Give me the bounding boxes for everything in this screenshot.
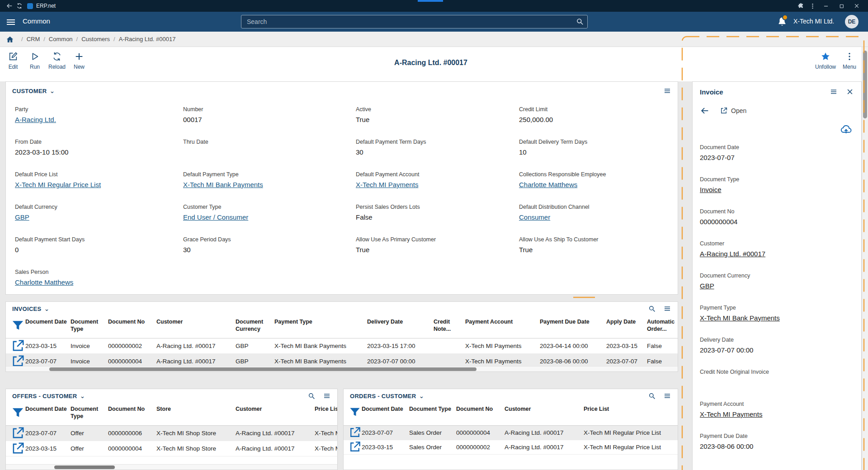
column-header[interactable]: Store	[156, 403, 236, 425]
home-icon[interactable]	[6, 35, 14, 43]
column-header[interactable]: Customer	[236, 403, 315, 425]
table-row-selected[interactable]: 2023-07-07 Offer 0000000006 X-Tech MI Sh…	[6, 425, 337, 441]
column-header[interactable]: Customer	[505, 403, 584, 425]
column-header[interactable]: Document No	[108, 315, 156, 338]
avatar[interactable]: DE	[845, 15, 859, 28]
filter-icon[interactable]	[6, 403, 25, 425]
cell: 2023-07-07	[362, 425, 409, 440]
external-link-icon	[720, 107, 728, 115]
column-header[interactable]: Payment Account	[465, 315, 540, 338]
cell: Offer	[71, 441, 108, 456]
orders-panel-header: ORDERS - CUSTOMER ⌄	[344, 389, 678, 403]
browser-refresh-icon[interactable]	[14, 1, 24, 11]
column-header[interactable]: Price List	[584, 403, 678, 425]
column-header[interactable]: Document Date	[25, 403, 71, 425]
back-arrow-icon[interactable]	[700, 106, 710, 116]
search-icon[interactable]	[648, 305, 656, 313]
close-icon[interactable]	[846, 88, 854, 96]
browser-menu-icon[interactable]	[807, 1, 817, 11]
search-icon[interactable]	[307, 392, 316, 400]
breadcrumb-item-common[interactable]: Common	[49, 36, 73, 42]
field-customer-type: Customer TypeEnd User / Consumer	[183, 199, 356, 232]
column-header[interactable]: Document Type	[71, 315, 108, 338]
table-row-selected[interactable]: 2023-07-07 Sales Order 0000000004 A-Raci…	[344, 425, 678, 440]
field-collections-responsible-employee: Collections Responsible EmployeeCharlott…	[519, 167, 669, 199]
panel-menu-icon[interactable]	[663, 392, 671, 400]
field-default-payment-term-days: Default Payment Term Days30	[356, 134, 519, 167]
minimize-button[interactable]	[819, 1, 833, 11]
module-title[interactable]: Common	[23, 17, 50, 25]
column-header[interactable]: Delivery Date	[367, 315, 434, 338]
panel-menu-icon[interactable]	[663, 87, 671, 95]
open-record-icon[interactable]	[348, 440, 362, 454]
browser-back-icon[interactable]	[5, 1, 14, 11]
open-record-icon[interactable]	[10, 441, 25, 456]
panel-menu-icon[interactable]	[663, 305, 671, 313]
cell: 0000000006	[108, 425, 156, 441]
maximize-button[interactable]	[835, 1, 848, 11]
open-record-icon[interactable]	[348, 426, 362, 439]
vertical-scrollbar[interactable]	[862, 47, 868, 470]
column-header[interactable]: Document No	[108, 403, 156, 425]
cloud-upload-icon[interactable]	[840, 123, 852, 135]
table-row[interactable]: 2023-03-15 Sales Order 0000000002 A-Raci…	[344, 440, 678, 454]
table-row[interactable]: 2023-03-15 Offer 0000000004 X-Tech MI Sh…	[6, 441, 337, 456]
panel-menu-icon[interactable]	[323, 392, 331, 400]
unfollow-button[interactable]: Unfollow	[814, 52, 837, 70]
close-window-button[interactable]	[850, 1, 863, 11]
field-default-delivery-term-days: Default Delivery Term Days10	[519, 134, 669, 167]
breadcrumb-separator: /	[113, 36, 115, 42]
search-icon[interactable]	[576, 17, 584, 26]
column-header[interactable]: Payment Due Date	[540, 315, 606, 338]
column-header[interactable]: Document Type	[71, 403, 108, 425]
invoice-side-panel: Invoice Open Document Date2023-07-07 Doc…	[692, 81, 862, 470]
breadcrumb-item-customers[interactable]: Customers	[81, 36, 110, 42]
column-header[interactable]: Document Type	[409, 403, 456, 425]
table-row[interactable]: 2023-03-15 Invoice 0000000002 A-Racing L…	[6, 338, 678, 353]
search-icon[interactable]	[648, 392, 656, 400]
extension-icon[interactable]	[796, 1, 806, 11]
search-input[interactable]	[241, 15, 588, 28]
panel-field-document-type: Document TypeInvoice	[700, 176, 854, 194]
column-header[interactable]: Customer	[156, 315, 236, 338]
invoices-panel-title[interactable]: INVOICES ⌄	[12, 306, 50, 312]
column-header[interactable]: Document Date	[25, 315, 71, 338]
column-header[interactable]: Automatic Order...	[647, 315, 678, 338]
column-header[interactable]: Credit Note...	[434, 315, 465, 338]
cell: 2023-03-15	[606, 338, 647, 353]
column-header[interactable]: Document Currency	[236, 315, 274, 338]
breadcrumb-item-crm[interactable]: CRM	[27, 36, 40, 42]
filter-icon[interactable]	[6, 315, 25, 338]
column-header[interactable]: Price List	[315, 403, 337, 425]
orders-panel-title[interactable]: ORDERS - CUSTOMER ⌄	[350, 393, 424, 400]
app-menu-icon[interactable]	[5, 17, 16, 27]
column-header[interactable]: Apply Date	[606, 315, 647, 338]
cell: GBP	[236, 338, 274, 353]
company-name[interactable]: X-Tech MI Ltd.	[793, 18, 834, 25]
scrollbar-thumb[interactable]	[863, 51, 867, 118]
horizontal-scrollbar[interactable]	[6, 366, 678, 371]
cell: 2023-04-14 00:00	[540, 338, 606, 353]
column-header[interactable]: Payment Type	[274, 315, 367, 338]
breadcrumb-separator: /	[21, 36, 23, 42]
column-header[interactable]: Document Date	[362, 403, 409, 425]
window-chrome: ERP.net	[0, 0, 868, 12]
open-record-icon[interactable]	[10, 338, 25, 353]
column-header[interactable]: Document No	[456, 403, 505, 425]
offers-panel-title[interactable]: OFFERS - CUSTOMER ⌄	[12, 393, 85, 400]
horizontal-scrollbar[interactable]	[6, 464, 337, 470]
open-record-icon[interactable]	[10, 426, 25, 441]
invoice-panel-title: Invoice	[700, 88, 723, 96]
filter-icon[interactable]	[344, 403, 362, 425]
panel-menu-icon[interactable]	[830, 88, 838, 96]
field-grace-period-days: Grace Period Days30	[183, 232, 356, 264]
customer-panel-title[interactable]: CUSTOMER ⌄	[12, 88, 55, 94]
cell: X-Tech MI Payments	[465, 338, 540, 353]
invoices-panel-header: INVOICES ⌄	[6, 302, 678, 315]
cell: 0000000002	[456, 440, 505, 454]
panel-field-delivery-date: Delivery Date2023-07-07 00:00	[700, 337, 854, 355]
menu-button[interactable]: Menu	[840, 52, 859, 70]
dots-vertical-icon	[844, 52, 854, 61]
app-header-bar: Common X-Tech MI Ltd. DE	[0, 12, 868, 32]
open-button[interactable]: Open	[720, 107, 746, 115]
